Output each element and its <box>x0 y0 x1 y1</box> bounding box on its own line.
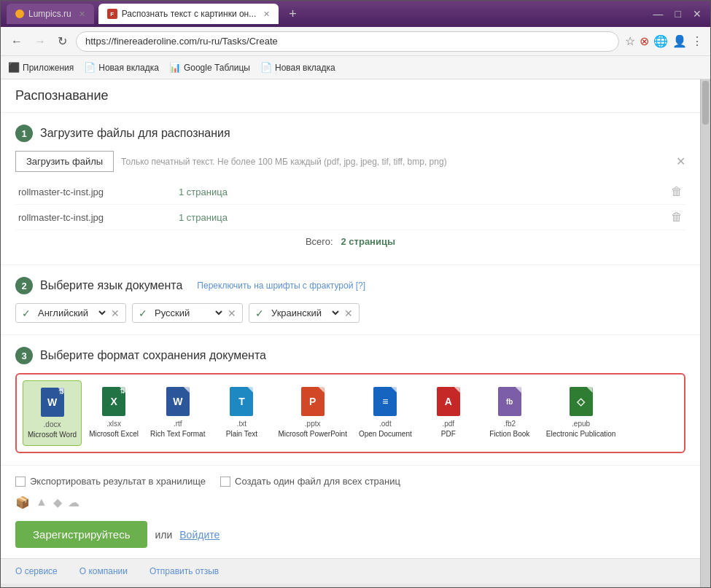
switch-fonts-link[interactable]: Переключить на шрифты с фрактурой [?] <box>197 281 365 291</box>
back-button[interactable]: ← <box>8 34 26 50</box>
tab-lumpics[interactable]: Lumpics.ru ✕ <box>7 4 94 24</box>
bookmark-newtab2[interactable]: 📄 Новая вкладка <box>260 62 335 73</box>
single-file-checkbox[interactable] <box>220 477 230 487</box>
format-icon-docx: W⇅ <box>39 387 66 418</box>
step1-title: Загрузите файлы для распознания <box>40 127 230 140</box>
tab-finereader-label: Распознать текст с картинки он... <box>122 9 257 19</box>
export-label: Экспортировать результат в хранилище <box>30 476 206 487</box>
format-name-odt: Open Document <box>359 429 412 439</box>
register-row: Зарегистрируйтесь или Войдите <box>15 521 685 548</box>
format-item-fb2[interactable]: fb.fb2Fiction Book <box>481 380 539 446</box>
tab-lumpics-close-icon[interactable]: ✕ <box>79 9 85 19</box>
format-icon-rtf: W <box>165 386 191 417</box>
translate-icon[interactable]: 🌐 <box>653 34 668 48</box>
maximize-button[interactable]: □ <box>672 8 684 20</box>
onedrive-icon: ☁ <box>68 495 79 509</box>
format-item-docx[interactable]: W⇅.docxMicrosoft Word <box>23 380 82 446</box>
format-icon-fb2: fb <box>497 386 523 417</box>
scrollbar-track[interactable] <box>700 79 710 587</box>
menu-icon[interactable]: ⋮ <box>691 34 703 48</box>
bookmark-newtab1-label: Новая вкладка <box>98 63 159 73</box>
total-value: 2 страницы <box>341 236 396 247</box>
format-icon-pdf: A <box>435 386 462 417</box>
lang-ukrainian-wrap[interactable]: ✓ Украинский ✕ <box>249 303 360 323</box>
format-icon-odt: ≡ <box>372 386 398 417</box>
step2-circle: 2 <box>15 277 33 294</box>
address-bar: ← → ↻ ☆ ⊗ 🌐 👤 ⋮ <box>1 27 710 56</box>
upload-close-icon[interactable]: ✕ <box>676 154 685 168</box>
format-name-docx: Microsoft Word <box>28 430 77 439</box>
file-item-2: rollmaster-tc-inst.jpg 1 страница 🗑 <box>15 205 685 230</box>
format-icon-pptx: P <box>300 386 326 417</box>
lang-russian-wrap[interactable]: ✓ Русский ✕ <box>132 303 243 323</box>
lang-english-wrap[interactable]: ✓ Английский ✕ <box>15 303 126 323</box>
file-pages-1: 1 страница <box>179 187 228 197</box>
lang-russian-close-icon[interactable]: ✕ <box>228 307 236 319</box>
gdrive-icon: ▲ <box>36 495 47 509</box>
step2-title: Выберите язык документа <box>40 279 182 292</box>
language-row: ✓ Английский ✕ ✓ Русский ✕ <box>15 303 685 323</box>
total-row: Всего: 2 страницы <box>15 230 685 253</box>
bookmark-sheets[interactable]: 📊 Google Таблицы <box>169 62 250 73</box>
format-ext-rtf: .rtf <box>174 420 182 428</box>
browser-window: Lumpics.ru ✕ F Распознать текст с картин… <box>0 0 711 588</box>
format-icon-epub: ◇ <box>568 386 594 417</box>
format-item-pdf[interactable]: A.pdfPDF <box>419 380 478 446</box>
star-icon[interactable]: ☆ <box>625 34 635 48</box>
step1-circle: 1 <box>15 125 33 142</box>
profile-icon[interactable]: 👤 <box>672 34 687 48</box>
lang-russian-select[interactable]: Русский <box>152 307 225 319</box>
format-item-xlsx[interactable]: X⇅.xlsxMicrosoft Excel <box>85 380 143 446</box>
page-title-bar: Распознавание <box>1 79 700 113</box>
lang-english-select[interactable]: Английский <box>35 307 108 319</box>
footer-about-service[interactable]: О сервисе <box>15 566 58 576</box>
single-file-checkbox-wrap: Создать один файл для всех страниц <box>220 476 400 487</box>
footer-about-company[interactable]: О компании <box>79 566 128 576</box>
file-name-2: rollmaster-tc-inst.jpg <box>18 212 164 223</box>
page-title: Распознавание <box>15 88 685 103</box>
file-delete-1-icon[interactable]: 🗑 <box>671 185 683 198</box>
lang-ukrainian-check-icon: ✓ <box>255 307 264 319</box>
lang-ukrainian-select[interactable]: Украинский <box>268 307 341 319</box>
format-ext-odt: .odt <box>379 420 392 428</box>
format-ext-xlsx: .xlsx <box>106 420 121 428</box>
register-button[interactable]: Зарегистрируйтесь <box>15 521 147 548</box>
close-button[interactable]: ✕ <box>690 8 704 20</box>
minimize-button[interactable]: — <box>650 8 667 20</box>
refresh-button[interactable]: ↻ <box>55 33 70 50</box>
format-name-rtf: Rich Text Format <box>150 429 205 439</box>
storage-icons-row: 📦 ▲ ◆ ☁ <box>15 495 685 509</box>
footer-feedback[interactable]: Отправить отзыв <box>149 566 219 576</box>
format-item-epub[interactable]: ◇.epubElectronic Publication <box>542 380 621 446</box>
format-item-pptx[interactable]: P.pptxMicrosoft PowerPoint <box>273 380 351 446</box>
step3-title: Выберите формат сохранения документа <box>40 349 266 362</box>
format-item-rtf[interactable]: W.rtfRich Text Format <box>146 380 209 446</box>
forward-button[interactable]: → <box>31 34 49 50</box>
upload-button[interactable]: Загрузить файлы <box>15 151 114 172</box>
tab-finereader[interactable]: F Распознать текст с картинки он... ✕ <box>98 4 279 24</box>
bookmark-apps[interactable]: ⬛ Приложения <box>8 62 74 73</box>
file-delete-2-icon[interactable]: 🗑 <box>671 211 683 224</box>
format-item-odt[interactable]: ≡.odtOpen Document <box>354 380 416 446</box>
export-checkbox[interactable] <box>15 477 26 487</box>
format-name-xlsx: Microsoft Excel <box>89 429 139 439</box>
new-tab-button[interactable]: + <box>283 7 303 22</box>
tab-finereader-close-icon[interactable]: ✕ <box>263 9 270 19</box>
address-bar-icons: ☆ ⊗ 🌐 👤 ⋮ <box>625 34 703 48</box>
bookmarks-bar: ⬛ Приложения 📄 Новая вкладка 📊 Google Та… <box>1 56 710 79</box>
scrollbar-thumb[interactable] <box>702 81 709 125</box>
address-input[interactable] <box>76 31 619 52</box>
bookmark-newtab2-label: Новая вкладка <box>275 63 335 73</box>
lang-english-close-icon[interactable]: ✕ <box>111 307 120 319</box>
file-name-1: rollmaster-tc-inst.jpg <box>18 187 164 197</box>
format-item-txt[interactable]: T.txtPlain Text <box>212 380 271 446</box>
newtab1-icon: 📄 <box>84 62 96 73</box>
lang-ukrainian-close-icon[interactable]: ✕ <box>344 307 353 319</box>
bookmark-newtab1[interactable]: 📄 Новая вкладка <box>84 62 159 73</box>
file-pages-2: 1 страница <box>179 212 228 223</box>
abp-icon[interactable]: ⊗ <box>640 34 649 48</box>
finereader-favicon-icon: F <box>107 9 117 19</box>
login-link[interactable]: Войдите <box>179 529 219 541</box>
page-scroll[interactable]: Распознавание 1 Загрузите файлы для расп… <box>1 79 700 587</box>
window-controls: — □ ✕ <box>650 8 704 20</box>
